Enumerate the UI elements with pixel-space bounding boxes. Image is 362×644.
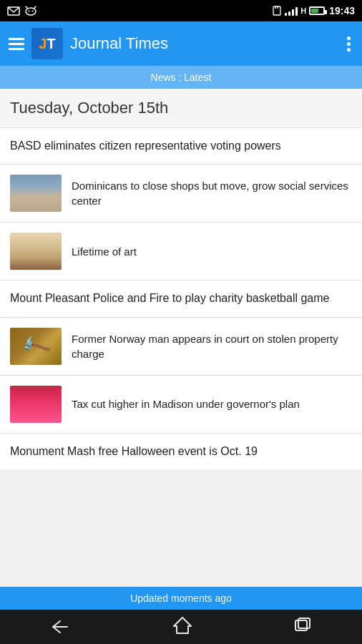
article-title: Monument Mash free Halloween event is Oc… — [10, 444, 352, 459]
list-item[interactable]: Tax cut higher in Madison under governor… — [0, 376, 362, 434]
article-title: Tax cut higher in Madison under governor… — [72, 396, 352, 411]
svg-rect-6 — [273, 6, 280, 15]
date-header: Tuesday, October 15th — [0, 89, 362, 128]
status-time: 19:43 — [329, 5, 355, 16]
recents-icon — [293, 617, 312, 634]
status-icons-right: H 19:43 — [272, 5, 355, 16]
article-title: BASD eliminates citizen representative v… — [10, 138, 352, 154]
list-item[interactable]: BASD eliminates citizen representative v… — [0, 128, 362, 165]
list-item[interactable]: Dominicans to close shops but move, grow… — [0, 165, 362, 223]
sim-icon — [272, 6, 282, 16]
logo-t: T — [47, 36, 55, 52]
header-left: JT Journal Times — [9, 28, 168, 59]
svg-point-5 — [32, 11, 34, 12]
back-icon — [50, 620, 70, 634]
svg-point-1 — [26, 8, 36, 15]
article-thumbnail — [10, 328, 62, 365]
app-title: Journal Times — [70, 34, 168, 53]
svg-line-2 — [26, 6, 27, 8]
overflow-menu-button[interactable] — [344, 32, 353, 56]
battery-icon — [309, 6, 325, 15]
article-thumbnail — [10, 386, 62, 423]
category-label: News : Latest — [151, 72, 212, 83]
update-bar: Updated moments ago — [0, 587, 362, 610]
mail-icon — [7, 6, 20, 16]
list-item[interactable]: Former Norway man appears in court on st… — [0, 318, 362, 376]
update-text: Updated moments ago — [130, 592, 232, 604]
home-icon — [172, 616, 192, 635]
article-title: Lifetime of art — [72, 244, 352, 259]
logo-j: J — [39, 36, 47, 52]
android-icon — [24, 6, 37, 16]
category-bar: News : Latest — [0, 66, 362, 89]
nav-home-button[interactable] — [172, 616, 192, 638]
nav-back-button[interactable] — [50, 620, 72, 634]
network-type: H — [300, 6, 306, 15]
app-logo: JT — [31, 28, 63, 59]
list-item[interactable]: Mount Pleasant Police and Fire to play c… — [0, 280, 362, 317]
status-bar: H 19:43 — [0, 0, 362, 21]
svg-marker-10 — [174, 618, 191, 633]
article-thumbnail — [10, 175, 62, 212]
nav-bar — [0, 610, 362, 644]
date-text: Tuesday, October 15th — [10, 99, 168, 117]
news-list: BASD eliminates citizen representative v… — [0, 128, 362, 469]
app-header: JT Journal Times — [0, 21, 362, 66]
article-title: Dominicans to close shops but move, grow… — [72, 178, 352, 208]
signal-icon — [285, 6, 298, 16]
nav-recents-button[interactable] — [293, 617, 312, 637]
article-thumbnail — [10, 233, 62, 270]
hamburger-menu[interactable] — [9, 38, 24, 50]
article-title: Mount Pleasant Police and Fire to play c… — [10, 291, 352, 306]
status-icons-left — [7, 6, 37, 16]
article-title: Former Norway man appears in court on st… — [72, 331, 352, 361]
list-item[interactable]: Lifetime of art — [0, 223, 362, 280]
list-item[interactable]: Monument Mash free Halloween event is Oc… — [0, 434, 362, 469]
svg-point-4 — [29, 11, 30, 12]
svg-line-3 — [34, 6, 36, 8]
